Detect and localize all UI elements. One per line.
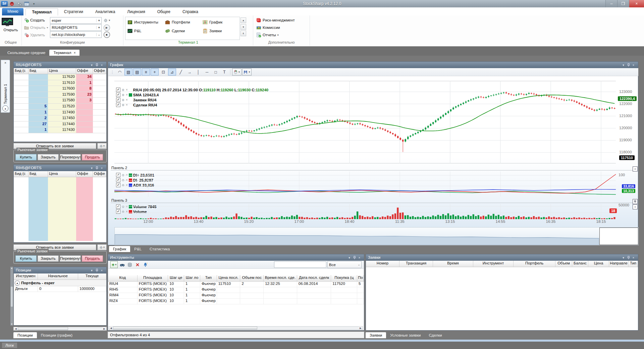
- column-header[interactable]: Цена: [48, 68, 76, 74]
- revert-position-button[interactable]: Перевернуть: [60, 255, 81, 262]
- close-icon[interactable]: ×: [99, 165, 104, 171]
- scroll-up-icon[interactable]: ▲: [11, 267, 13, 269]
- ribbon-panel-button-1[interactable]: Портфели: [164, 20, 201, 25]
- close-icon[interactable]: ×: [631, 254, 636, 261]
- cancel-options-button[interactable]: ▾: [97, 244, 107, 250]
- gear-icon[interactable]: [121, 93, 125, 97]
- column-header[interactable]: Бид (с: [14, 171, 29, 177]
- ribbon-panel-button-0[interactable]: Инструменты: [126, 20, 164, 25]
- database-icon[interactable]: [126, 261, 133, 268]
- axes-scale-icon[interactable]: ⊿: [168, 68, 176, 76]
- ribbon-panel-button-3[interactable]: P&L: [126, 29, 164, 34]
- close-icon[interactable]: ×: [99, 267, 104, 273]
- visibility-checkbox[interactable]: ✓: [116, 93, 120, 97]
- close-icon[interactable]: ×: [633, 166, 638, 171]
- positions-vertical-scrollbar[interactable]: ▲ ▼: [10, 267, 13, 326]
- horizontal-lines-icon[interactable]: ≡: [142, 68, 150, 76]
- collapse-icon[interactable]: ▲: [15, 281, 20, 286]
- instrument-combobox[interactable]: RIU4@FORTS▾: [50, 24, 102, 31]
- chevron-down-icon[interactable]: ▾: [96, 19, 101, 22]
- panel-menu-icon[interactable]: ▾: [89, 62, 94, 68]
- panel-menu-icon[interactable]: ▾: [621, 62, 626, 68]
- scroll-down-icon[interactable]: ▼: [240, 24, 246, 30]
- column-header[interactable]: Оффе: [93, 171, 106, 177]
- instruments-search-input[interactable]: [274, 261, 326, 268]
- orders-tab-0[interactable]: Заявки: [366, 332, 386, 338]
- remove-series-icon[interactable]: ×: [126, 88, 128, 92]
- remove-series-icon[interactable]: ×: [126, 93, 128, 97]
- ribbon-panel-button-2[interactable]: График: [201, 20, 239, 25]
- column-header[interactable]: Инструмен: [14, 273, 38, 280]
- ribbon-tab-1[interactable]: Стратегии: [58, 8, 89, 15]
- orderbook-row[interactable]: 5117520: [14, 104, 106, 110]
- orderbook-row[interactable]: 1176101: [14, 80, 106, 86]
- document-tab-1[interactable]: Терминал ×: [49, 50, 79, 56]
- scroll-more-icon[interactable]: ⇟: [240, 31, 246, 36]
- remove-series-icon[interactable]: ×: [126, 98, 128, 102]
- scroll-right-icon[interactable]: ▶: [102, 327, 106, 330]
- column-header[interactable]: Баланс: [572, 261, 588, 267]
- vline-tool-icon[interactable]: │: [194, 68, 202, 76]
- column-header[interactable]: Шаг це: [168, 275, 184, 281]
- close-icon[interactable]: ×: [74, 51, 76, 55]
- ribbon-tab-3[interactable]: Лицензия: [121, 8, 151, 15]
- instrument-row[interactable]: RIH5FORTS (MOEX)101Фьючер: [108, 287, 364, 293]
- instruments-horizontal-scrollbar[interactable]: ◀ ▶: [109, 326, 363, 330]
- column-header[interactable]: Цена: [588, 261, 609, 267]
- revert-position-button[interactable]: Перевернуть: [60, 154, 81, 160]
- magnet-icon[interactable]: ◠: [116, 68, 124, 76]
- pin-icon[interactable]: [633, 199, 638, 204]
- orderbook-row[interactable]: 11762034: [14, 74, 106, 80]
- volume-chart[interactable]: [114, 204, 616, 219]
- stop-strategy-button[interactable]: ■: [104, 32, 110, 38]
- main-legend-row-1[interactable]: ✓×SMA 120423,4: [116, 92, 268, 97]
- scroll-down-icon[interactable]: ▼: [11, 323, 13, 325]
- open-terminal-button[interactable]: Открыть: [2, 16, 20, 40]
- address-combobox[interactable]: net.tcp://stocksharp⌄: [50, 31, 102, 38]
- column-header[interactable]: Бид (с: [14, 68, 29, 74]
- column-header[interactable]: Начальное: [38, 273, 78, 280]
- scroll-left-icon[interactable]: ◀: [14, 327, 18, 330]
- instrument-row[interactable]: RIU4FORTS (MOEX)101Фьючер117510212:32:25…: [108, 282, 364, 287]
- column-header[interactable]: Бид: [29, 171, 48, 177]
- column-header[interactable]: Инструмент: [473, 261, 514, 267]
- orderbook-row[interactable]: 2117450: [14, 115, 106, 121]
- column-header[interactable]: Направле: [609, 261, 629, 267]
- positions-header[interactable]: Позиции ▾ ×: [14, 267, 106, 273]
- ribbon-panel-button-5[interactable]: Заявки: [201, 29, 239, 34]
- instruments-header[interactable]: Инструменты ▾ ×: [108, 254, 364, 261]
- orderbook-row[interactable]: 11759023: [14, 92, 106, 98]
- positions-tab-0[interactable]: Позиции: [13, 332, 37, 338]
- buy-button[interactable]: Купить: [15, 154, 37, 160]
- rect-tool-icon[interactable]: □: [212, 68, 220, 76]
- main-legend-row-0[interactable]: ✓×RIU4 (00:05:00) 29.07.2014 12:35:00 O:…: [116, 87, 268, 92]
- column-header[interactable]: Номер: [366, 261, 399, 267]
- start-strategy-button[interactable]: ▶: [104, 24, 110, 31]
- arrow-tool-icon[interactable]: →: [185, 68, 194, 76]
- column-header[interactable]: Бид: [29, 68, 48, 74]
- visibility-checkbox[interactable]: ✓: [116, 98, 120, 102]
- panel-menu-icon[interactable]: ▾: [347, 254, 352, 261]
- cancel-options-button[interactable]: ▾: [97, 143, 107, 149]
- chart-tab-0[interactable]: График: [109, 246, 130, 252]
- column-header[interactable]: Покупка (ц: [331, 275, 357, 281]
- close-position-button[interactable]: Закрыть: [38, 154, 59, 160]
- column-header[interactable]: Объем пос: [240, 275, 264, 281]
- hline-tool-icon[interactable]: ─: [203, 68, 211, 76]
- orders-tab-1[interactable]: Условные заявки: [386, 332, 425, 338]
- visibility-checkbox[interactable]: ✓: [116, 88, 120, 92]
- orders-header[interactable]: Заявки ▾ ×: [366, 254, 638, 261]
- indicator-chart[interactable]: [114, 171, 616, 197]
- column-header[interactable]: По: [357, 275, 364, 281]
- column-header[interactable]: Оффе: [93, 68, 106, 74]
- column-header[interactable]: Текуще: [78, 273, 106, 280]
- open-config-button[interactable]: Открыть ▾: [24, 24, 48, 31]
- pin-icon[interactable]: [626, 62, 631, 68]
- visibility-checkbox[interactable]: ✓: [116, 103, 120, 107]
- minimize-button[interactable]: –: [605, 0, 617, 7]
- side-tab-pin-icon[interactable]: ▲: [2, 105, 8, 111]
- close-icon[interactable]: ×: [631, 62, 636, 68]
- lookup-icon[interactable]: [119, 261, 125, 268]
- sell-button[interactable]: Продать: [82, 255, 103, 262]
- orderbook-rih5-header[interactable]: RIH5@FORTS ▾ ×: [14, 165, 106, 171]
